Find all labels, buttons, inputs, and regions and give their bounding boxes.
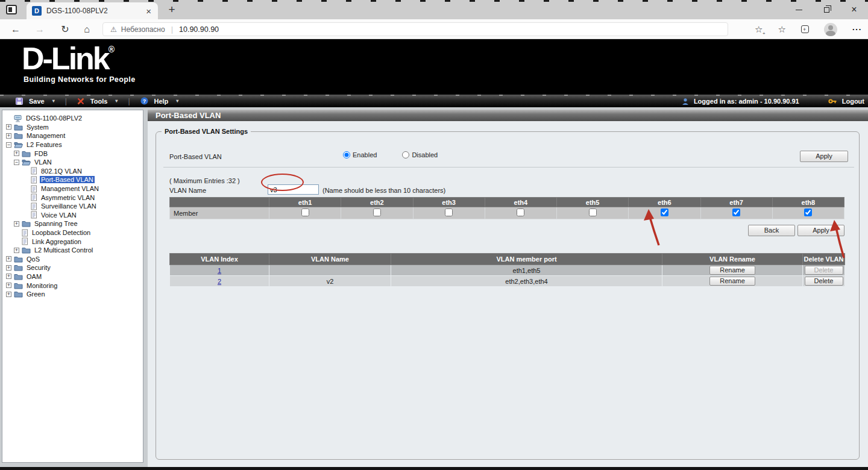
vlan-row-2: 2 v2 eth2,eth3,eth4 Rename Delete: [170, 276, 845, 287]
tree-item-monitoring[interactable]: +Monitoring: [2, 281, 143, 290]
collections-icon[interactable]: +: [801, 25, 809, 33]
tree-item-dgs-1100-08plv2[interactable]: DGS-1100-08PLV2: [2, 114, 143, 123]
tree-item-voice-vlan[interactable]: Voice VLAN: [2, 211, 143, 220]
browser-tab-bar: D DGS-1100-08PLV2 × + ×: [0, 0, 868, 19]
navigation-sidebar: DGS-1100-08PLV2+System+Management−L2 Fea…: [2, 110, 143, 463]
tree-item-l2-multicast-control[interactable]: +L2 Multicast Control: [2, 246, 143, 255]
tree-expander-icon[interactable]: −: [6, 142, 11, 148]
back-button[interactable]: Back: [748, 225, 795, 236]
tree-item-asymmetric-vlan[interactable]: Asymmetric VLAN: [2, 193, 143, 202]
address-bar[interactable]: ⚠ Небезопасно | 10.90.90.90: [102, 22, 728, 36]
tree-item-security[interactable]: +Security: [2, 263, 143, 272]
tree-item-802-1q-vlan[interactable]: 802.1Q VLAN: [2, 167, 143, 176]
tree-item-label: DGS-1100-08PLV2: [25, 114, 83, 122]
tree-item-l2-features[interactable]: −L2 Features: [2, 140, 143, 149]
minimize-button[interactable]: [785, 0, 813, 19]
tree-item-label: OAM: [25, 273, 43, 280]
tree-expander-icon[interactable]: +: [6, 133, 11, 139]
forward-icon[interactable]: →: [31, 19, 48, 39]
apply-members-button[interactable]: Apply: [797, 225, 844, 236]
browser-tab[interactable]: D DGS-1100-08PLV2 ×: [27, 2, 158, 19]
tree-item-port-based-vlan[interactable]: Port-Based VLAN: [2, 175, 143, 184]
tree-expander-icon[interactable]: +: [6, 265, 11, 271]
tree-item-spanning-tree[interactable]: +Spanning Tree: [2, 219, 143, 228]
tree-item-label: Port-Based VLAN: [40, 176, 95, 183]
doc-icon: [31, 211, 37, 219]
tools-menu[interactable]: Tools ▾: [77, 98, 118, 105]
tree-item-management-vlan[interactable]: Management VLAN: [2, 184, 143, 193]
tree-expander-icon[interactable]: +: [6, 124, 11, 130]
back-icon[interactable]: ←: [7, 19, 24, 39]
tree-expander-icon[interactable]: +: [14, 151, 19, 156]
member-checkbox-eth5[interactable]: [589, 208, 597, 216]
folder-icon: [14, 132, 23, 139]
add-favorite-icon[interactable]: ☆+: [755, 24, 763, 35]
doc-icon: [31, 185, 37, 193]
tab-close-icon[interactable]: ×: [145, 6, 153, 16]
url-text[interactable]: 10.90.90.90: [179, 25, 219, 34]
tree-item-qos[interactable]: +QoS: [2, 255, 143, 264]
vlan-index-cell: 2: [170, 276, 269, 287]
not-secure-label[interactable]: Небезопасно: [121, 25, 165, 34]
member-checkbox-eth7[interactable]: [732, 208, 740, 216]
tree-item-oam[interactable]: +OAM: [2, 272, 143, 281]
tree-expander-icon: [23, 195, 28, 200]
vlan-index-link[interactable]: 1: [218, 267, 221, 274]
tree-item-management[interactable]: +Management: [2, 131, 143, 140]
tab-actions-icon[interactable]: [6, 5, 17, 14]
member-checkbox-eth6[interactable]: [661, 208, 668, 216]
member-checkbox-eth4[interactable]: [517, 208, 524, 216]
logout-button[interactable]: Logout: [842, 98, 864, 105]
tree-item-green[interactable]: +Green: [2, 290, 143, 299]
home-icon[interactable]: ⌂: [78, 19, 95, 39]
apply-state-button[interactable]: Apply: [800, 151, 848, 162]
tree-expander-icon[interactable]: +: [6, 274, 11, 279]
save-menu[interactable]: Save ▾: [16, 98, 55, 105]
disabled-radio[interactable]: [402, 151, 409, 158]
tree-expander-icon[interactable]: +: [14, 221, 19, 227]
port-header: eth3: [413, 198, 485, 207]
tree-item-vlan[interactable]: −VLAN: [2, 158, 143, 167]
tree-item-label: Loopback Detection: [31, 229, 92, 236]
vlan-name-input[interactable]: [268, 184, 319, 195]
rename-button[interactable]: Rename: [709, 277, 755, 286]
member-checkbox-eth8[interactable]: [804, 208, 812, 216]
refresh-icon[interactable]: ↻: [57, 19, 74, 39]
enabled-radio[interactable]: [343, 151, 350, 158]
help-icon: ?: [140, 97, 148, 105]
rename-button[interactable]: Rename: [709, 266, 755, 275]
member-checkbox-eth2[interactable]: [373, 208, 381, 216]
tree-expander-icon[interactable]: +: [6, 283, 11, 288]
member-checkbox-eth3[interactable]: [445, 208, 453, 216]
delete-button[interactable]: Delete: [805, 277, 843, 286]
tree-item-system[interactable]: +System: [2, 123, 143, 132]
tree-expander-icon[interactable]: −: [14, 160, 19, 165]
tree-expander-icon[interactable]: +: [6, 292, 11, 297]
restore-button[interactable]: [813, 0, 840, 19]
vlan-list-table: VLAN Index VLAN Name VLAN member port VL…: [169, 253, 845, 287]
new-tab-button[interactable]: +: [164, 2, 180, 17]
doc-icon: [31, 167, 37, 175]
doc-icon: [22, 237, 28, 245]
tree-item-fdb[interactable]: +FDB: [2, 149, 143, 158]
workspace: DGS-1100-08PLV2+System+Management−L2 Fea…: [0, 107, 868, 470]
tree-expander-icon[interactable]: +: [6, 256, 11, 262]
vlan-index-link[interactable]: 2: [218, 278, 221, 285]
delete-button[interactable]: Delete: [805, 266, 843, 275]
tree-item-link-aggregation[interactable]: Link Aggregation: [2, 237, 143, 246]
help-menu[interactable]: ? Help ▾: [140, 97, 179, 105]
dlink-favicon: D: [32, 6, 42, 16]
member-checkbox-eth1[interactable]: [301, 208, 309, 216]
favorites-icon[interactable]: ☆: [778, 24, 786, 35]
tree-item-loopback-detection[interactable]: Loopback Detection: [2, 228, 143, 237]
section-divider: [163, 167, 854, 168]
tree-item-label: L2 Multicast Control: [33, 246, 94, 254]
tree-expander-icon[interactable]: +: [14, 248, 19, 253]
vlan-rename-header: VLAN Rename: [662, 254, 803, 265]
doc-icon: [31, 176, 37, 184]
tree-item-surveillance-vlan[interactable]: Surveillance VLAN: [2, 202, 143, 211]
not-secure-warning-icon: ⚠: [110, 25, 117, 34]
profile-avatar[interactable]: [824, 23, 837, 36]
close-button[interactable]: ×: [840, 0, 868, 19]
more-menu-icon[interactable]: ···: [852, 25, 862, 34]
